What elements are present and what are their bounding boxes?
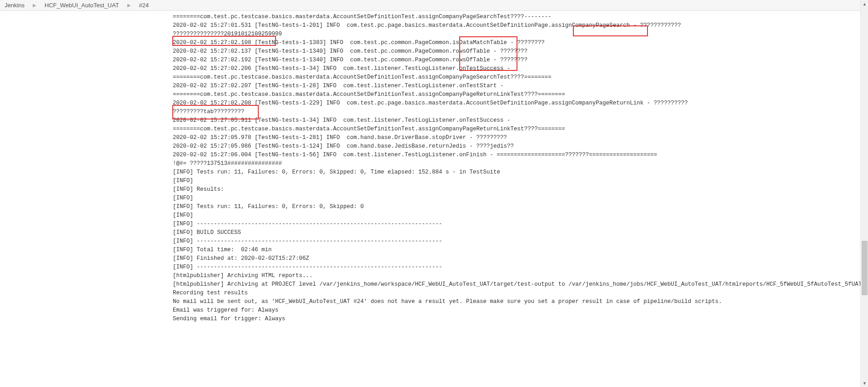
console-output-panel: ========com.test.pc.testcase.basics.mast… xyxy=(0,11,868,327)
console-line: 2020-02-02 15:27:01.531 [TestNG-tests-1-… xyxy=(173,22,681,29)
console-line: [INFO] Finished at: 2020-02-02T15:27:06Z xyxy=(173,255,309,262)
console-line: [INFO] Results: xyxy=(173,186,224,193)
chevron-right-icon: ▶ xyxy=(33,3,36,8)
console-line: ========com.test.pc.testcase.basics.mast… xyxy=(173,74,552,80)
console-line: ???????????????20191012109259999 xyxy=(173,31,282,37)
console-line: [INFO] xyxy=(173,212,197,218)
breadcrumb: Jenkins ▶ HCF_WebUI_AutoTest_UAT ▶ #24 xyxy=(0,0,868,11)
console-line: 2020-02-02 15:27:05.911 [TestNG-tests-1-… xyxy=(173,117,514,124)
console-line: [INFO] xyxy=(173,195,197,201)
console-line: 2020-02-02 15:27:02.208 [TestNG-tests-1-… xyxy=(173,100,688,106)
console-line: [INFO] BUILD SUCCESS xyxy=(173,229,241,236)
console-line: 2020-02-02 15:27:02.108 [TestNG-tests-1-… xyxy=(173,40,545,46)
console-line: [INFO] Tests run: 11, Failures: 0, Error… xyxy=(173,203,364,210)
console-line: Sending email for trigger: Always xyxy=(173,316,286,322)
console-line: ========com.test.pc.testcase.basics.mast… xyxy=(173,91,565,98)
console-output: ========com.test.pc.testcase.basics.mast… xyxy=(173,11,868,327)
console-line: Recording test results xyxy=(173,290,248,296)
console-line: 2020-02-02 15:27:06.004 [TestNG-tests-1-… xyxy=(173,152,657,158)
breadcrumb-build[interactable]: #24 xyxy=(139,2,149,9)
console-line: ========com.test.pc.testcase.basics.mast… xyxy=(173,14,552,20)
console-line: [INFO] Total time: 02:46 min xyxy=(173,247,272,253)
console-line: ========com.test.pc.testcase.basics.mast… xyxy=(173,126,565,132)
console-line: [INFO] ---------------------------------… xyxy=(173,264,442,270)
console-line: [INFO] ---------------------------------… xyxy=(173,238,442,244)
console-line: No mail will be sent out, as 'HCF_WebUI_… xyxy=(173,298,722,305)
console-line: [htmlpublisher] Archiving at PROJECT lev… xyxy=(173,281,868,288)
console-line: [INFO] ---------------------------------… xyxy=(173,221,442,227)
console-line: !@#= ?????137513################ xyxy=(173,160,282,167)
console-line: ?????????tab????????? xyxy=(173,109,245,115)
console-line: [INFO] Tests run: 11, Failures: 0, Error… xyxy=(173,169,500,175)
console-line: [INFO] xyxy=(173,178,197,184)
vertical-scrollbar[interactable]: ▲ ▼ xyxy=(860,0,868,327)
console-line: Email was triggered for: Always xyxy=(173,307,279,313)
breadcrumb-project[interactable]: HCF_WebUI_AutoTest_UAT xyxy=(45,2,119,9)
console-line: 2020-02-02 15:27:02.192 [TestNG-tests-1-… xyxy=(173,57,527,63)
console-line: [htmlpublisher] Archiving HTML reports..… xyxy=(173,273,313,279)
console-line: 2020-02-02 15:27:02.207 [TestNG-tests-1-… xyxy=(173,83,507,89)
scrollbar-thumb[interactable] xyxy=(862,241,868,295)
breadcrumb-jenkins[interactable]: Jenkins xyxy=(5,2,25,9)
chevron-right-icon: ▶ xyxy=(127,3,131,8)
scroll-up-arrow-icon[interactable]: ▲ xyxy=(861,0,868,8)
console-line: 2020-02-02 15:27:05.986 [TestNG-tests-1-… xyxy=(173,143,514,149)
console-line: 2020-02-02 15:27:05.978 [TestNG-tests-1-… xyxy=(173,134,507,141)
console-line: 2020-02-02 15:27:02.137 [TestNG-tests-1-… xyxy=(173,48,527,55)
console-line: 2020-02-02 15:27:02.206 [TestNG-tests-1-… xyxy=(173,65,514,72)
